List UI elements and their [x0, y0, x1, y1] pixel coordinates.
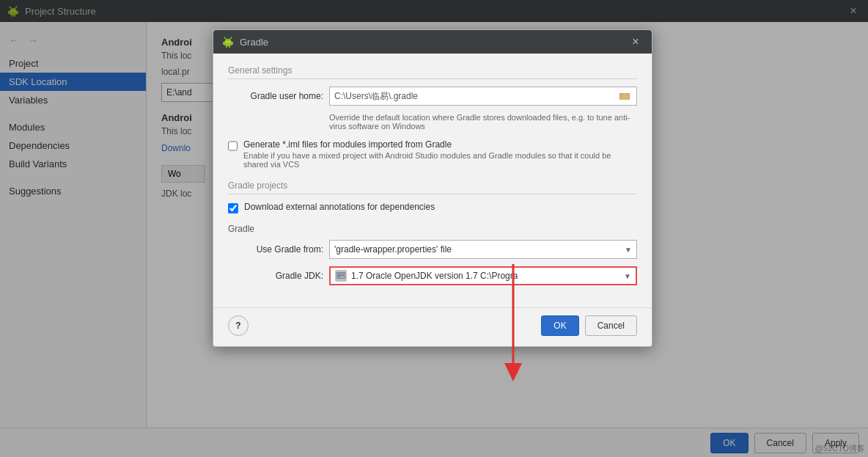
- generate-iml-sublabel: Enable if you have a mixed project with …: [243, 151, 637, 169]
- generate-iml-label: Generate *.iml files for modules importe…: [243, 139, 637, 150]
- watermark: @51CTO博客: [815, 443, 865, 454]
- download-annotations-label: Download external annotations for depend…: [244, 202, 435, 212]
- gradle-projects-label: Gradle projects: [228, 180, 637, 194]
- gradle-subsection-label: Gradle: [228, 224, 637, 234]
- svg-rect-11: [224, 42, 232, 45]
- download-annotations-row: Download external annotations for depend…: [228, 202, 637, 213]
- svg-point-17: [229, 41, 230, 43]
- jdk-icon: [335, 270, 347, 282]
- svg-line-19: [230, 37, 232, 39]
- use-gradle-from-label: Use Gradle from:: [228, 244, 323, 255]
- help-button[interactable]: ?: [228, 315, 249, 336]
- svg-rect-27: [342, 275, 344, 276]
- gradle-user-home-label: Gradle user home:: [228, 91, 323, 101]
- svg-rect-25: [338, 274, 341, 277]
- dialog-android-icon: [222, 36, 234, 48]
- dropdown-arrow-icon: ▼: [625, 246, 632, 254]
- folder-icon[interactable]: [617, 89, 632, 103]
- gradle-dialog: Gradle × General settings Gradle user ho…: [213, 29, 652, 347]
- use-gradle-from-value: 'gradle-wrapper.properties' file: [334, 244, 452, 255]
- dialog-ok-button[interactable]: OK: [541, 315, 578, 336]
- generate-iml-checkbox[interactable]: [228, 141, 238, 151]
- svg-rect-14: [223, 42, 224, 45]
- download-annotations-checkbox[interactable]: [228, 203, 238, 213]
- gradle-user-home-row: Gradle user home: C:\Users\临易\.gradle: [228, 87, 637, 106]
- svg-rect-12: [226, 45, 227, 48]
- svg-rect-26: [342, 274, 344, 274]
- dialog-body: General settings Gradle user home: C:\Us…: [213, 54, 652, 304]
- dialog-title: Gradle: [240, 37, 622, 48]
- gradle-jdk-select[interactable]: 1.7 Oracle OpenJDK version 1.7 C:\Progra…: [329, 266, 637, 285]
- dialog-title-bar: Gradle ×: [213, 30, 652, 54]
- svg-rect-13: [229, 45, 230, 48]
- general-settings-label: General settings: [228, 65, 637, 79]
- gradle-jdk-row: Gradle JDK:: [228, 266, 637, 285]
- dialog-close-button[interactable]: ×: [628, 34, 643, 49]
- use-gradle-from-select[interactable]: 'gradle-wrapper.properties' file ▼: [329, 240, 637, 259]
- gradle-subsection: Gradle Use Gradle from: 'gradle-wrapper.…: [228, 224, 637, 285]
- gradle-projects-section: Gradle projects Download external annota…: [228, 180, 637, 285]
- svg-line-18: [224, 37, 226, 39]
- gradle-jdk-value: 1.7 Oracle OpenJDK version 1.7 C:\Progra: [351, 271, 518, 281]
- gradle-jdk-label: Gradle JDK:: [228, 271, 323, 281]
- svg-point-16: [226, 41, 227, 43]
- dialog-cancel-button[interactable]: Cancel: [585, 315, 637, 336]
- jdk-dropdown-arrow-icon: ▼: [624, 272, 631, 280]
- generate-iml-row: Generate *.iml files for modules importe…: [228, 139, 637, 169]
- svg-rect-15: [232, 42, 233, 45]
- dialog-footer: ? OK Cancel: [213, 307, 652, 346]
- main-window: Project Structure × ← → Project SDK Loca…: [0, 0, 868, 457]
- gradle-user-home-value: C:\Users\临易\.gradle: [334, 90, 617, 103]
- dialog-footer-buttons: OK Cancel: [541, 315, 637, 336]
- gradle-user-home-input[interactable]: C:\Users\临易\.gradle: [329, 87, 637, 106]
- gradle-jdk-select-wrapper: 1.7 Oracle OpenJDK version 1.7 C:\Progra…: [329, 266, 637, 285]
- use-gradle-from-row: Use Gradle from: 'gradle-wrapper.propert…: [228, 240, 637, 259]
- svg-rect-22: [620, 94, 629, 100]
- gradle-user-home-help: Override the default location where Grad…: [329, 113, 637, 131]
